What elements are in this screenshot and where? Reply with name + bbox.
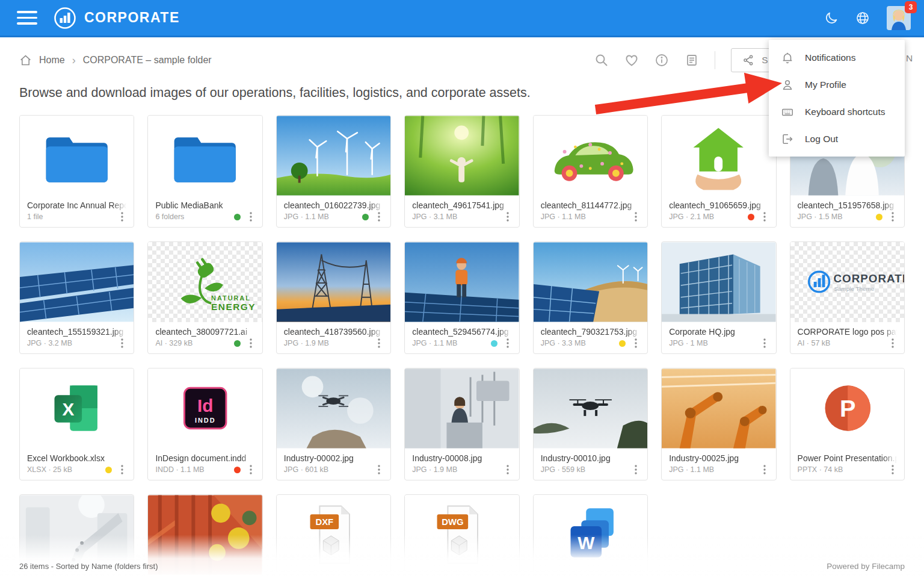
dark-mode-moon-icon[interactable] xyxy=(824,11,839,25)
file-thumbnail-indesign[interactable]: IdINDD xyxy=(148,368,262,449)
hamburger-menu-icon[interactable] xyxy=(17,8,37,28)
file-menu-button[interactable] xyxy=(375,465,383,474)
file-menu-button[interactable] xyxy=(504,338,512,348)
file-card[interactable]: cleantech_155159321.jpgJPG · 3.2 MB xyxy=(19,241,134,354)
file-thumbnail-solardesert[interactable] xyxy=(534,242,647,322)
file-card[interactable]: cleantech_91065659.jpgJPG · 2.1 MB xyxy=(661,115,776,228)
file-card[interactable]: Industry-00008.jpgJPG · 1.9 MB xyxy=(404,368,519,480)
file-menu-button[interactable] xyxy=(632,338,640,348)
file-card[interactable]: cleantech_790321753.jpgJPG · 3.3 MB xyxy=(533,241,648,354)
kebab-menu-icon xyxy=(121,212,123,222)
file-thumbnail-powerlines[interactable] xyxy=(277,242,390,322)
brand-logo[interactable]: CORPORATE xyxy=(53,6,180,30)
file-thumbnail-excel[interactable]: X xyxy=(20,368,134,449)
file-card[interactable]: IdINDDInDesign document.inddINDD · 1.1 M… xyxy=(147,368,262,480)
file-menu-button[interactable] xyxy=(118,465,126,474)
file-thumbnail-forest[interactable] xyxy=(405,116,519,196)
file-card[interactable]: Corporate HQ.jpgJPG · 1 MB xyxy=(661,241,776,354)
info-icon[interactable] xyxy=(654,53,669,67)
file-card[interactable]: Industry-00025.jpgJPG · 1.1 MB xyxy=(661,368,776,480)
home-icon[interactable] xyxy=(19,54,32,67)
file-card[interactable]: cleantech_418739560.jpgJPG · 1.9 MB xyxy=(276,241,391,354)
file-menu-button[interactable] xyxy=(504,212,512,222)
menu-item-label: Log Out xyxy=(805,134,838,144)
file-thumbnail-solarworker[interactable] xyxy=(405,242,519,322)
file-card[interactable]: Corporate Inc Annual Repo1 file xyxy=(19,115,134,228)
powered-by-link[interactable]: Powered by Filecamp xyxy=(827,562,905,571)
file-card-info: CORPORATE logo pos payoAI · 57 kB xyxy=(790,322,904,353)
kebab-menu-icon xyxy=(250,338,252,348)
file-menu-button[interactable] xyxy=(247,338,255,348)
file-thumbnail-folder[interactable] xyxy=(20,116,134,196)
menu-item-my-profile[interactable]: My Profile xyxy=(769,71,905,98)
file-type-size: 6 folders xyxy=(155,213,184,221)
file-menu-button[interactable] xyxy=(504,465,512,474)
favorites-heart-icon[interactable] xyxy=(624,53,639,67)
file-card[interactable]: Public MediaBank6 folders xyxy=(147,115,262,228)
file-card[interactable]: cleantech_49617541.jpgJPG · 3.1 MB xyxy=(404,115,519,228)
file-card[interactable]: NATURALENERGYcleantech_380097721.aiAI · … xyxy=(147,241,262,354)
user-avatar[interactable]: 3 xyxy=(887,6,911,30)
file-menu-button[interactable] xyxy=(889,338,897,348)
file-card[interactable]: Industry-00010.jpgJPG · 559 kB xyxy=(533,368,648,480)
file-card-info: Industry-00008.jpgJPG · 1.9 MB xyxy=(405,449,519,480)
kebab-menu-icon xyxy=(121,465,123,474)
file-menu-button[interactable] xyxy=(118,212,126,222)
file-menu-button[interactable] xyxy=(760,465,769,474)
file-card[interactable]: PPower Point Presentation.pPPTX · 74 kB xyxy=(790,368,905,480)
file-thumbnail-robots[interactable] xyxy=(662,368,775,449)
file-thumbnail-solarfield[interactable] xyxy=(20,242,134,322)
notes-panel-icon[interactable] xyxy=(685,53,699,67)
file-card[interactable]: cleantech_016022739.jpgJPG · 1.1 MB xyxy=(276,115,391,228)
file-card[interactable]: cleantech_529456774.jpgJPG · 1.1 MB xyxy=(404,241,519,354)
menu-item-label: Notifications xyxy=(805,52,855,63)
file-thumbnail-naturalenergy[interactable]: NATURALENERGY xyxy=(148,242,262,322)
file-menu-button[interactable] xyxy=(632,212,640,222)
menu-item-keyboard-shortcuts[interactable]: Keyboard shortcuts xyxy=(769,98,905,125)
file-menu-button[interactable] xyxy=(118,338,126,348)
file-menu-button[interactable] xyxy=(760,338,769,348)
file-thumbnail-drone2[interactable] xyxy=(534,368,647,449)
file-thumbnail-drone1[interactable] xyxy=(277,368,390,449)
language-globe-icon[interactable] xyxy=(855,11,870,25)
share-icon xyxy=(742,54,754,66)
file-meta-row: 6 folders xyxy=(155,212,254,222)
file-menu-button[interactable] xyxy=(632,465,640,474)
kebab-menu-icon xyxy=(763,338,766,348)
file-menu-button[interactable] xyxy=(375,212,383,222)
file-thumbnail-corplogo[interactable]: CORPORATESample Theme xyxy=(790,242,904,322)
breadcrumb-home-link[interactable]: Home xyxy=(39,55,65,66)
file-thumbnail-hq[interactable] xyxy=(662,242,775,322)
notification-badge[interactable]: 3 xyxy=(905,1,917,13)
file-name: cleantech_91065659.jpg xyxy=(669,200,768,210)
kebab-menu-icon xyxy=(892,338,894,348)
file-menu-button[interactable] xyxy=(889,465,897,474)
file-card[interactable]: Industry-00002.jpgJPG · 601 kB xyxy=(276,368,391,480)
file-menu-button[interactable] xyxy=(247,212,255,222)
file-meta-row: XLSX · 25 kB xyxy=(27,465,126,474)
keyboard-icon xyxy=(781,105,794,119)
menu-item-log-out[interactable]: Log Out xyxy=(769,125,905,152)
status-dot-yellow xyxy=(876,214,882,220)
file-name: cleantech_81144772.jpg xyxy=(541,200,640,210)
search-icon[interactable] xyxy=(594,53,609,67)
file-card-info: cleantech_380097721.aiAI · 329 kB xyxy=(148,322,262,353)
file-thumbnail-flowercar[interactable] xyxy=(534,116,647,196)
file-menu-button[interactable] xyxy=(760,212,769,222)
file-thumbnail-ppt[interactable]: P xyxy=(790,368,904,449)
file-thumbnail-greenhouse[interactable] xyxy=(662,116,775,196)
file-card[interactable]: XExcel Workbook.xlsxXLSX · 25 kB xyxy=(19,368,134,480)
file-type-size: JPG · 1 MB xyxy=(669,339,708,347)
file-thumbnail-turbines[interactable] xyxy=(277,116,390,196)
file-card[interactable]: CORPORATESample ThemeCORPORATE logo pos … xyxy=(790,241,905,354)
file-thumbnail-labwoman[interactable] xyxy=(405,368,519,449)
file-menu-button[interactable] xyxy=(247,465,255,474)
menu-item-notifications[interactable]: Notifications xyxy=(769,44,905,71)
file-thumbnail-folder[interactable] xyxy=(148,116,262,196)
file-name: cleantech_49617541.jpg xyxy=(412,200,511,210)
file-card[interactable]: cleantech_81144772.jpgJPG · 1.1 MB xyxy=(533,115,648,228)
file-menu-button[interactable] xyxy=(889,212,897,222)
file-menu-button[interactable] xyxy=(375,338,383,348)
status-dot-cyan xyxy=(491,340,497,347)
file-meta-row: 1 file xyxy=(27,212,126,222)
